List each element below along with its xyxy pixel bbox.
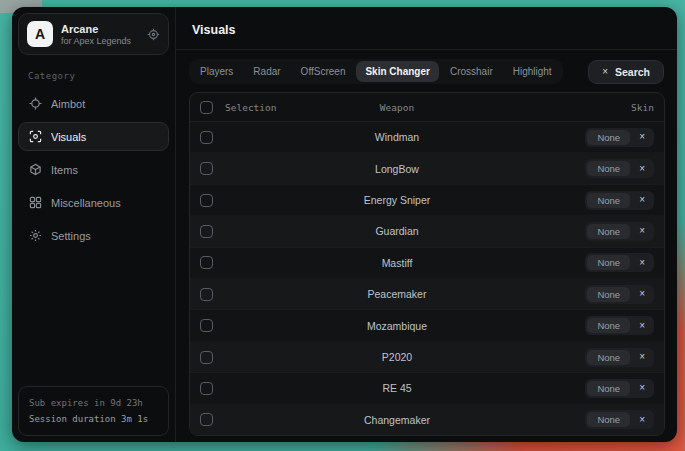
- skin-value: None: [587, 350, 630, 365]
- tab-players[interactable]: Players: [191, 61, 242, 82]
- main-panel: Visuals Players Radar OffScreen Skin Cha…: [176, 7, 677, 442]
- row-checkbox[interactable]: [200, 256, 213, 269]
- sidebar-item-label: Settings: [51, 230, 91, 242]
- clear-skin-icon[interactable]: ×: [639, 226, 645, 236]
- toolbar: Players Radar OffScreen Skin Changer Cro…: [176, 50, 677, 84]
- table-row: P2020 None×: [190, 342, 664, 373]
- tab-skin-changer[interactable]: Skin Changer: [356, 61, 438, 82]
- clear-skin-icon[interactable]: ×: [639, 383, 645, 393]
- weapon-name: Changemaker: [330, 414, 464, 426]
- skin-select[interactable]: None×: [585, 159, 654, 178]
- table-row: Guardian None×: [190, 216, 664, 247]
- tab-radar[interactable]: Radar: [244, 61, 289, 82]
- sidebar-item-miscellaneous[interactable]: Miscellaneous: [18, 188, 169, 217]
- tab-highlight[interactable]: Highlight: [504, 61, 561, 82]
- main-header: Visuals: [176, 7, 677, 50]
- sidebar-item-items[interactable]: Items: [18, 155, 169, 184]
- sidebar-item-label: Miscellaneous: [51, 197, 121, 209]
- clear-skin-icon[interactable]: ×: [639, 352, 645, 362]
- table-row: Mozambique None×: [190, 310, 664, 341]
- row-checkbox[interactable]: [200, 131, 213, 144]
- clear-skin-icon[interactable]: ×: [639, 195, 645, 205]
- skin-value: None: [587, 224, 630, 239]
- skin-select[interactable]: None×: [585, 410, 654, 429]
- weapon-name: Mastiff: [330, 257, 464, 269]
- skin-select[interactable]: None×: [585, 128, 654, 147]
- row-checkbox[interactable]: [200, 194, 213, 207]
- row-checkbox[interactable]: [200, 288, 213, 301]
- x-icon: ×: [602, 67, 608, 77]
- column-header-weapon: Weapon: [330, 102, 464, 113]
- tab-offscreen[interactable]: OffScreen: [292, 61, 355, 82]
- category-label: Category: [28, 71, 169, 81]
- sidebar-item-label: Aimbot: [51, 98, 85, 110]
- skin-value: None: [587, 381, 630, 396]
- table-header-row: Selection Weapon Skin: [190, 93, 664, 122]
- table-row: Peacemaker None×: [190, 279, 664, 310]
- table-row: Windman None×: [190, 122, 664, 153]
- table-row: Energy Sniper None×: [190, 185, 664, 216]
- weapon-name: Peacemaker: [330, 288, 464, 300]
- gear-icon[interactable]: [147, 28, 160, 41]
- clear-skin-icon[interactable]: ×: [639, 164, 645, 174]
- app-window: A Arcane for Apex Legends Category Aimbo…: [12, 7, 677, 442]
- row-checkbox[interactable]: [200, 413, 213, 426]
- select-all-checkbox[interactable]: [200, 101, 213, 114]
- app-header-card: A Arcane for Apex Legends: [18, 13, 169, 55]
- table-row: Mastiff None×: [190, 248, 664, 279]
- skin-select[interactable]: None×: [585, 253, 654, 272]
- skin-value: None: [587, 255, 630, 270]
- clear-skin-icon[interactable]: ×: [639, 289, 645, 299]
- weapon-name: Energy Sniper: [330, 194, 464, 206]
- skin-changer-table: Selection Weapon Skin Windman None× Long…: [189, 92, 665, 436]
- eye-scan-icon: [29, 130, 42, 143]
- row-checkbox[interactable]: [200, 351, 213, 364]
- skin-select[interactable]: None×: [585, 316, 654, 335]
- sidebar: A Arcane for Apex Legends Category Aimbo…: [12, 7, 176, 442]
- tab-crosshair[interactable]: Crosshair: [441, 61, 502, 82]
- weapon-name: P2020: [330, 351, 464, 363]
- table-row: Changemaker None×: [190, 405, 664, 435]
- clear-skin-icon[interactable]: ×: [639, 415, 645, 425]
- skin-select[interactable]: None×: [585, 191, 654, 210]
- app-logo: A: [27, 21, 53, 47]
- skin-value: None: [587, 130, 630, 145]
- column-header-selection: Selection: [225, 102, 276, 113]
- row-checkbox[interactable]: [200, 319, 213, 332]
- crosshair-icon: [29, 97, 42, 110]
- table-row: LongBow None×: [190, 153, 664, 184]
- skin-select[interactable]: None×: [585, 285, 654, 304]
- cube-icon: [29, 163, 42, 176]
- skin-select[interactable]: None×: [585, 222, 654, 241]
- sidebar-item-label: Items: [51, 164, 78, 176]
- skin-select[interactable]: None×: [585, 348, 654, 367]
- skin-select[interactable]: None×: [585, 379, 654, 398]
- page-title: Visuals: [192, 23, 236, 37]
- row-checkbox[interactable]: [200, 225, 213, 238]
- gear-icon: [29, 229, 42, 242]
- app-title-block: Arcane for Apex Legends: [61, 23, 131, 46]
- weapon-name: Guardian: [330, 225, 464, 237]
- app-name: Arcane: [61, 23, 131, 35]
- sidebar-item-visuals[interactable]: Visuals: [18, 122, 169, 151]
- row-checkbox[interactable]: [200, 382, 213, 395]
- weapon-name: Windman: [330, 131, 464, 143]
- row-checkbox[interactable]: [200, 162, 213, 175]
- sidebar-item-aimbot[interactable]: Aimbot: [18, 89, 169, 118]
- skin-value: None: [587, 318, 630, 333]
- search-button[interactable]: × Search: [588, 60, 664, 84]
- clear-skin-icon[interactable]: ×: [639, 321, 645, 331]
- sidebar-item-settings[interactable]: Settings: [18, 221, 169, 250]
- skin-value: None: [587, 193, 630, 208]
- column-header-skin: Skin: [464, 102, 654, 113]
- weapon-name: LongBow: [330, 163, 464, 175]
- clear-skin-icon[interactable]: ×: [639, 258, 645, 268]
- weapon-name: RE 45: [330, 382, 464, 394]
- weapon-name: Mozambique: [330, 320, 464, 332]
- skin-value: None: [587, 161, 630, 176]
- session-duration-text: Session duration 3m 1s: [29, 411, 158, 427]
- clear-skin-icon[interactable]: ×: [639, 132, 645, 142]
- app-subtitle: for Apex Legends: [61, 36, 131, 46]
- search-button-label: Search: [615, 66, 650, 78]
- tab-bar: Players Radar OffScreen Skin Changer Cro…: [189, 59, 563, 84]
